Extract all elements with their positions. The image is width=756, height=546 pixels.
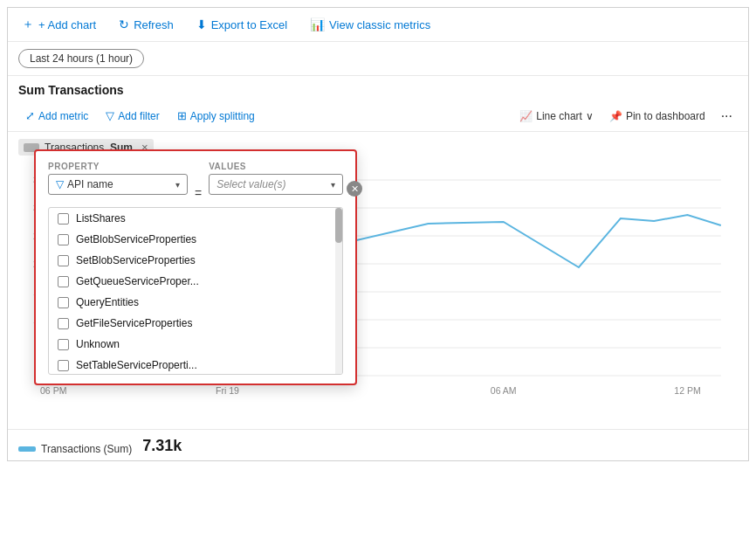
legend-value-unit: k [173, 437, 182, 454]
chart-title-bar: Sum Transactions [8, 76, 748, 100]
svg-text:06 AM: 06 AM [491, 385, 517, 396]
main-container: ＋ + Add chart ↻ Refresh ⬇ Export to Exce… [7, 7, 749, 461]
view-classic-button[interactable]: 📊 View classic metrics [306, 16, 434, 33]
dropdown-item-text: SetBlobServiceProperties [76, 254, 196, 266]
pin-dashboard-label: Pin to dashboard [626, 110, 705, 122]
dropdown-item-checkbox[interactable] [58, 360, 69, 371]
dropdown-header-row: PROPERTY ▽ API name ▾ = VALUES Select va… [48, 162, 343, 200]
values-chevron-icon: ▾ [331, 180, 335, 190]
dropdown-list-item[interactable]: QueryEntities [49, 292, 342, 313]
dropdown-list-item[interactable]: ListShares [49, 208, 342, 229]
pin-icon: 📌 [609, 110, 622, 122]
dropdown-scrollbar-thumb [335, 208, 342, 243]
legend-item: Transactions (Sum) [18, 443, 132, 455]
chevron-down-icon: ∨ [586, 110, 594, 122]
view-classic-label: View classic metrics [329, 18, 430, 31]
apply-splitting-label: Apply splitting [190, 110, 255, 122]
dropdown-list-item[interactable]: SetBlobServiceProperties [49, 250, 342, 271]
dropdown-item-text: GetQueueServiceProper... [76, 275, 199, 287]
dropdown-item-text: ListShares [76, 212, 126, 225]
apply-splitting-button[interactable]: ⊞ Apply splitting [170, 106, 262, 126]
time-range-bar: Last 24 hours (1 hour) [8, 42, 748, 76]
add-chart-label: + Add chart [38, 18, 96, 31]
dropdown-item-checkbox[interactable] [58, 297, 69, 308]
add-chart-icon: ＋ [22, 17, 34, 32]
line-chart-icon: 📈 [519, 110, 533, 122]
values-clear-button[interactable]: ✕ [347, 181, 362, 197]
split-icon: ⊞ [177, 109, 187, 122]
chart-title: Sum Transactions [18, 83, 124, 97]
dropdown-item-text: Unknown [76, 338, 120, 350]
refresh-button[interactable]: ↻ Refresh [115, 16, 177, 33]
dropdown-item-checkbox[interactable] [58, 339, 69, 350]
property-col-label: PROPERTY [48, 162, 188, 171]
dropdown-list: ListShares GetBlobServiceProperties SetB… [48, 207, 343, 375]
time-range-pill[interactable]: Last 24 hours (1 hour) [18, 49, 144, 68]
legend-value: 7.31k [142, 437, 182, 455]
values-placeholder-text: Select value(s) [216, 178, 285, 190]
filter-dropdown-panel: PROPERTY ▽ API name ▾ = VALUES Select va… [34, 149, 357, 385]
right-controls: 📈 Line chart ∨ 📌 Pin to dashboard ··· [514, 107, 738, 126]
dropdown-list-inner: ListShares GetBlobServiceProperties SetB… [49, 208, 342, 374]
legend-color-bar [18, 446, 36, 452]
chart-bar-icon: 📊 [310, 17, 325, 31]
dropdown-item-text: GetBlobServiceProperties [76, 233, 196, 245]
dropdown-item-text: SetTableServiceProperti... [76, 359, 197, 371]
add-metric-icon: ⤢ [25, 109, 35, 122]
legend-value-number: 7.31 [142, 437, 173, 454]
svg-text:12 PM: 12 PM [674, 385, 700, 396]
legend-value-group: 7.31k [142, 437, 182, 455]
chart-area: Transactions, Sum × PROPERTY ▽ API name … [8, 132, 748, 429]
add-chart-button[interactable]: ＋ + Add chart [18, 15, 100, 34]
refresh-label: Refresh [134, 18, 174, 31]
dropdown-item-text: QueryEntities [76, 296, 139, 308]
values-select[interactable]: Select value(s) ▾ [209, 174, 343, 195]
dropdown-scrollbar[interactable] [335, 208, 342, 374]
chart-type-button[interactable]: 📈 Line chart ∨ [514, 107, 599, 126]
dropdown-item-text: GetFileServiceProperties [76, 317, 192, 329]
svg-text:06 PM: 06 PM [40, 385, 66, 396]
dropdown-list-item[interactable]: SetTableServiceProperti... [49, 355, 342, 374]
property-select[interactable]: ▽ API name ▾ [48, 174, 188, 195]
dropdown-item-checkbox[interactable] [58, 213, 69, 225]
values-col-label: VALUES [209, 162, 343, 171]
top-toolbar: ＋ + Add chart ↻ Refresh ⬇ Export to Exce… [8, 8, 748, 42]
dropdown-item-checkbox[interactable] [58, 234, 69, 245]
export-button[interactable]: ⬇ Export to Excel [193, 16, 291, 33]
export-icon: ⬇ [196, 17, 207, 31]
add-filter-button[interactable]: ▽ Add filter [99, 106, 166, 126]
property-column: PROPERTY ▽ API name ▾ [48, 162, 188, 195]
dropdown-item-checkbox[interactable] [58, 255, 69, 266]
legend-label: Transactions (Sum) [41, 443, 132, 455]
add-metric-button[interactable]: ⤢ Add metric [18, 106, 95, 126]
line-chart-label: Line chart [536, 110, 582, 122]
filter-icon: ▽ [106, 109, 114, 122]
refresh-icon: ↻ [119, 17, 129, 31]
svg-text:Fri 19: Fri 19 [216, 385, 239, 396]
property-chevron-icon: ▾ [175, 180, 180, 190]
dropdown-item-checkbox[interactable] [58, 318, 69, 329]
pin-dashboard-button[interactable]: 📌 Pin to dashboard [604, 107, 711, 126]
metrics-toolbar: ⤢ Add metric ▽ Add filter ⊞ Apply splitt… [8, 100, 748, 132]
dropdown-item-checkbox[interactable] [58, 276, 69, 287]
dropdown-list-item[interactable]: GetFileServiceProperties [49, 313, 342, 334]
more-options-button[interactable]: ··· [716, 107, 738, 126]
add-metric-label: Add metric [38, 110, 88, 122]
filter-funnel-icon: ▽ [56, 178, 64, 190]
dropdown-list-item[interactable]: GetQueueServiceProper... [49, 271, 342, 292]
values-column: VALUES Select value(s) ▾ ✕ [209, 162, 343, 195]
dropdown-list-item[interactable]: GetBlobServiceProperties [49, 229, 342, 250]
add-filter-label: Add filter [118, 110, 159, 122]
equals-sign: = [195, 186, 202, 200]
chart-legend: Transactions (Sum) 7.31k [8, 429, 748, 460]
export-label: Export to Excel [211, 18, 287, 31]
property-select-text: API name [67, 178, 172, 190]
dropdown-list-item[interactable]: Unknown [49, 334, 342, 355]
